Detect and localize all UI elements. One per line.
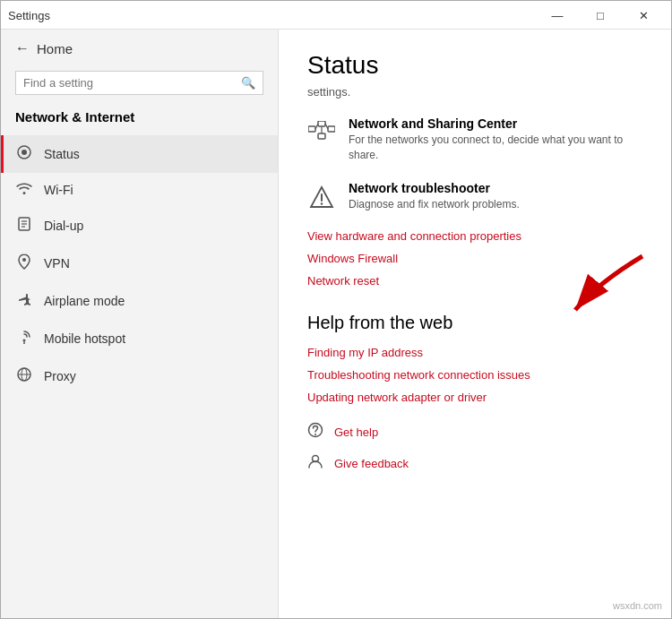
search-input[interactable] [23,76,241,90]
sidebar-item-hotspot-label: Mobile hotspot [44,331,125,346]
link-find-ip[interactable]: Finding my IP address [307,346,642,359]
sidebar-back[interactable]: ← Home [1,30,278,67]
sidebar-item-dialup[interactable]: Dial-up [1,207,278,245]
globe-icon [15,366,33,386]
sidebar-section-title: Network & Internet [1,106,278,135]
search-icon: 🔍 [241,76,255,90]
minimize-button[interactable]: — [537,4,578,28]
main-subtitle: settings. [307,85,642,99]
vpn-icon [15,254,33,273]
sidebar-item-hotspot[interactable]: Mobile hotspot [1,320,278,357]
watermark: wsxdn.com [613,600,662,611]
sidebar-item-proxy[interactable]: Proxy [1,357,278,395]
sidebar-item-airplane[interactable]: Airplane mode [1,282,278,320]
svg-rect-12 [308,126,315,132]
section-troubleshooter-desc: Diagnose and fix network problems. [349,197,520,212]
page-title: Status [307,51,642,80]
titlebar-controls: — □ ✕ [537,4,664,28]
network-sharing-icon [307,118,336,147]
maximize-button[interactable]: □ [580,4,621,28]
section-sharing-center: Network and Sharing Center For the netwo… [307,116,642,163]
svg-point-21 [321,202,323,204]
section-sharing-center-title: Network and Sharing Center [349,116,642,131]
close-button[interactable]: ✕ [623,4,664,28]
bottom-item-get-help[interactable]: Get help [307,422,642,443]
sidebar: ← Home 🔍 Network & Internet Status [1,30,279,618]
section-sharing-center-desc: For the networks you connect to, decide … [349,133,642,163]
airplane-icon [15,291,33,311]
svg-point-7 [23,340,26,342]
get-help-label: Get help [334,426,378,439]
warning-icon [307,183,336,211]
settings-window: Settings — □ ✕ ← Home 🔍 Network & Intern… [0,0,672,619]
sidebar-search-box[interactable]: 🔍 [15,71,263,95]
link-firewall[interactable]: Windows Firewall [307,252,642,265]
help-section-title: Help from the web [307,313,642,333]
sidebar-item-airplane-label: Airplane mode [44,294,125,308]
titlebar: Settings — □ ✕ [1,1,671,30]
svg-point-6 [22,258,26,262]
sidebar-item-wifi-label: Wi-Fi [44,183,73,197]
svg-rect-14 [328,126,335,132]
svg-rect-15 [318,133,325,139]
give-feedback-icon [307,453,323,474]
link-update-adapter[interactable]: Updating network adapter or driver [307,391,642,404]
titlebar-title: Settings [8,9,50,22]
back-icon: ← [15,40,30,56]
section-sharing-center-text: Network and Sharing Center For the netwo… [349,116,642,163]
sidebar-home-label: Home [37,41,73,56]
sidebar-item-status[interactable]: Status [1,135,278,173]
bottom-item-give-feedback[interactable]: Give feedback [307,453,642,474]
wifi-icon [15,182,33,198]
status-icon [15,144,33,164]
link-network-reset[interactable]: Network reset [307,274,642,288]
sidebar-item-proxy-label: Proxy [44,369,76,383]
link-troubleshoot-issues[interactable]: Troubleshooting network connection issue… [307,368,642,382]
give-feedback-label: Give feedback [334,457,409,470]
svg-point-1 [22,150,27,155]
section-troubleshooter-title: Network troubleshooter [349,181,520,195]
main-content: Status settings. Network and [279,30,671,618]
svg-rect-13 [318,121,325,126]
sidebar-item-vpn[interactable]: VPN [1,245,278,282]
content-area: ← Home 🔍 Network & Internet Status [1,30,671,618]
link-hardware-props[interactable]: View hardware and connection properties [307,229,642,243]
section-troubleshooter-text: Network troubleshooter Diagnose and fix … [349,181,520,212]
svg-point-24 [314,434,316,435]
hotspot-icon [15,329,33,348]
section-troubleshooter: Network troubleshooter Diagnose and fix … [307,181,642,212]
get-help-icon [307,422,323,443]
sidebar-item-wifi[interactable]: Wi-Fi [1,173,278,207]
sidebar-item-vpn-label: VPN [44,256,70,271]
dialup-icon [15,216,33,236]
sidebar-item-status-label: Status [44,147,80,161]
bottom-section: Get help Give feedback [307,422,642,474]
sidebar-item-dialup-label: Dial-up [44,219,83,233]
titlebar-left: Settings [8,9,50,22]
